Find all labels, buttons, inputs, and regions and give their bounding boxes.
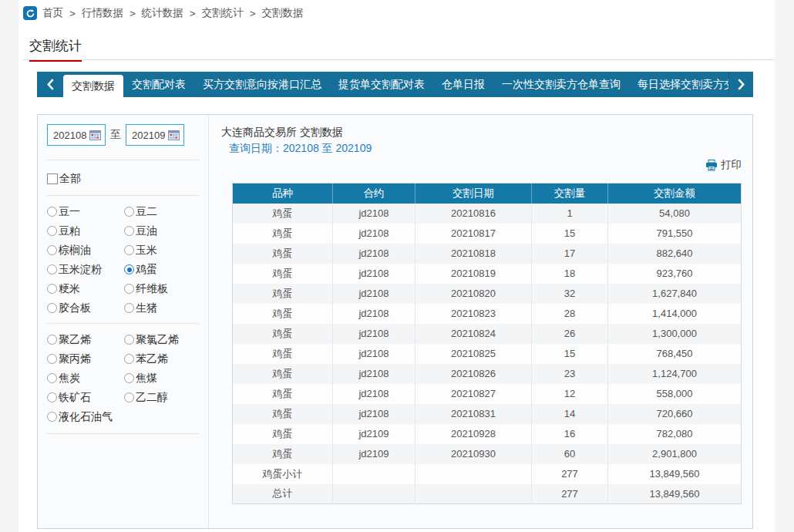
commodity-radio-1-4[interactable]: 焦炭 xyxy=(47,369,124,388)
breadcrumb-item-3[interactable]: 交割统计 xyxy=(202,6,244,20)
radio-button-icon[interactable] xyxy=(124,392,134,402)
tab-2[interactable]: 买方交割意向按港口汇总 xyxy=(194,72,330,97)
breadcrumb: 首页>行情数据>统计数据>交割统计>交割数据 xyxy=(23,6,304,20)
radio-button-icon[interactable] xyxy=(47,264,57,274)
table-cell: 882,640 xyxy=(608,244,742,264)
select-all-label: 全部 xyxy=(59,172,81,186)
sidebar-divider xyxy=(47,433,199,434)
print-button[interactable]: 打印 xyxy=(705,158,742,172)
commodity-radio-1-7[interactable]: 乙二醇 xyxy=(124,388,200,407)
radio-button-icon[interactable] xyxy=(124,354,134,364)
table-cell: 20210825 xyxy=(416,344,532,364)
commodity-radio-0-2[interactable]: 豆粕 xyxy=(47,221,124,241)
commodity-radio-0-10[interactable]: 胶合板 xyxy=(47,298,124,318)
page-title-block: 交割统计 xyxy=(29,37,82,62)
checkbox-icon[interactable] xyxy=(47,173,58,184)
commodity-radio-label: 豆二 xyxy=(136,205,157,219)
commodity-radio-0-6[interactable]: 玉米淀粉 xyxy=(47,260,124,279)
commodity-radio-1-0[interactable]: 聚乙烯 xyxy=(47,330,124,349)
breadcrumb-item-1[interactable]: 行情数据 xyxy=(82,6,123,20)
radio-button-icon[interactable] xyxy=(124,264,134,274)
date-from-value: 202108 xyxy=(53,130,86,141)
radio-button-icon[interactable] xyxy=(47,284,57,294)
table-cell: 20210820 xyxy=(416,284,532,304)
commodity-radio-1-8[interactable]: 液化石油气 xyxy=(47,407,124,426)
tab-0[interactable]: 交割数据 xyxy=(63,75,123,97)
table-cell: 20210930 xyxy=(416,444,532,464)
commodity-radio-label: 焦炭 xyxy=(59,372,80,386)
commodity-radio-0-11[interactable]: 生猪 xyxy=(124,298,200,318)
radio-button-icon[interactable] xyxy=(47,226,57,236)
tab-5[interactable]: 一次性交割卖方仓单查询 xyxy=(493,72,629,97)
table-cell: 鸡蛋 xyxy=(233,244,333,264)
commodity-radio-label: 纤维板 xyxy=(136,282,168,296)
radio-button-icon[interactable] xyxy=(124,207,134,217)
tab-bar: 交割数据交割配对表买方交割意向按港口汇总提货单交割配对表仓单日报一次性交割卖方仓… xyxy=(37,72,753,97)
table-cell: 20210819 xyxy=(416,264,532,284)
commodity-radio-0-8[interactable]: 粳米 xyxy=(47,279,124,298)
commodity-radio-1-1[interactable]: 聚氯乙烯 xyxy=(124,330,200,349)
radio-button-icon[interactable] xyxy=(124,245,134,255)
table-row-0: 鸡蛋jd210820210816154,080 xyxy=(233,204,742,224)
commodity-radio-label: 玉米 xyxy=(136,244,157,258)
filter-sidebar: 202108 至 202109 xyxy=(38,115,209,528)
date-from-input[interactable]: 202108 xyxy=(47,124,106,146)
radio-button-icon[interactable] xyxy=(47,303,57,313)
radio-button-icon[interactable] xyxy=(124,373,134,383)
commodity-radio-1-3[interactable]: 苯乙烯 xyxy=(124,349,200,369)
date-range-separator: 至 xyxy=(110,128,121,142)
commodity-groups: 豆一豆二豆粕豆油棕榈油玉米玉米淀粉鸡蛋粳米纤维板胶合板生猪聚乙烯聚氯乙烯聚丙烯苯… xyxy=(47,202,199,434)
table-cell: 鸡蛋 xyxy=(233,364,333,384)
table-cell: 13,849,560 xyxy=(608,484,742,504)
commodity-radio-0-5[interactable]: 玉米 xyxy=(124,241,200,260)
radio-button-icon[interactable] xyxy=(124,303,134,313)
radio-button-icon[interactable] xyxy=(47,335,57,345)
tab-4[interactable]: 仓单日报 xyxy=(433,72,493,97)
table-cell: 768,450 xyxy=(608,344,742,364)
table-cell: 2,901,800 xyxy=(608,444,742,464)
breadcrumb-items: 首页>行情数据>统计数据>交割统计>交割数据 xyxy=(42,6,304,20)
table-header-cell-2: 交割日期 xyxy=(416,184,532,204)
table-cell: jd2108 xyxy=(333,284,416,304)
radio-button-icon[interactable] xyxy=(47,412,57,422)
commodity-radio-1-2[interactable]: 聚丙烯 xyxy=(47,349,124,369)
table-cell: jd2108 xyxy=(333,384,416,404)
table-header-cell-3: 交割量 xyxy=(532,184,608,204)
date-to-input[interactable]: 202109 xyxy=(126,124,184,146)
calendar-icon[interactable] xyxy=(89,130,101,140)
tabs-scroll-left-button[interactable] xyxy=(37,72,63,97)
sidebar-divider xyxy=(47,195,199,196)
commodity-radio-0-4[interactable]: 棕榈油 xyxy=(47,241,124,260)
table-cell: jd2108 xyxy=(333,244,416,264)
commodity-radio-label: 玉米淀粉 xyxy=(59,263,102,277)
radio-button-icon[interactable] xyxy=(47,373,57,383)
radio-button-icon[interactable] xyxy=(47,207,57,217)
radio-button-icon[interactable] xyxy=(47,245,57,255)
tab-1[interactable]: 交割配对表 xyxy=(123,72,194,97)
calendar-icon[interactable] xyxy=(168,130,180,140)
commodity-radio-0-0[interactable]: 豆一 xyxy=(47,202,124,221)
tabs-scroll-right-button[interactable] xyxy=(728,72,753,97)
radio-button-icon[interactable] xyxy=(47,354,57,364)
breadcrumb-item-0[interactable]: 首页 xyxy=(42,6,63,20)
breadcrumb-item-2[interactable]: 统计数据 xyxy=(142,6,183,20)
radio-button-icon[interactable] xyxy=(47,392,57,402)
commodity-radio-0-9[interactable]: 纤维板 xyxy=(124,279,200,298)
tab-3[interactable]: 提货单交割配对表 xyxy=(330,72,433,97)
page-right-gutter xyxy=(775,0,794,532)
table-cell: 20210826 xyxy=(416,364,532,384)
commodity-radio-1-6[interactable]: 铁矿石 xyxy=(47,388,124,407)
commodity-radio-label: 棕榈油 xyxy=(59,244,91,258)
commodity-radio-0-1[interactable]: 豆二 xyxy=(124,202,200,221)
commodity-radio-0-7[interactable]: 鸡蛋 xyxy=(124,260,200,279)
select-all-checkbox[interactable]: 全部 xyxy=(47,172,199,186)
radio-button-icon[interactable] xyxy=(124,226,134,236)
commodity-radio-0-3[interactable]: 豆油 xyxy=(124,221,200,241)
home-refresh-icon[interactable] xyxy=(23,6,37,20)
table-cell: 720,660 xyxy=(608,404,742,424)
radio-button-icon[interactable] xyxy=(124,335,134,345)
commodity-radio-1-5[interactable]: 焦煤 xyxy=(124,369,200,388)
table-cell: jd2108 xyxy=(333,264,416,284)
radio-button-icon[interactable] xyxy=(124,284,134,294)
print-label: 打印 xyxy=(721,158,742,172)
